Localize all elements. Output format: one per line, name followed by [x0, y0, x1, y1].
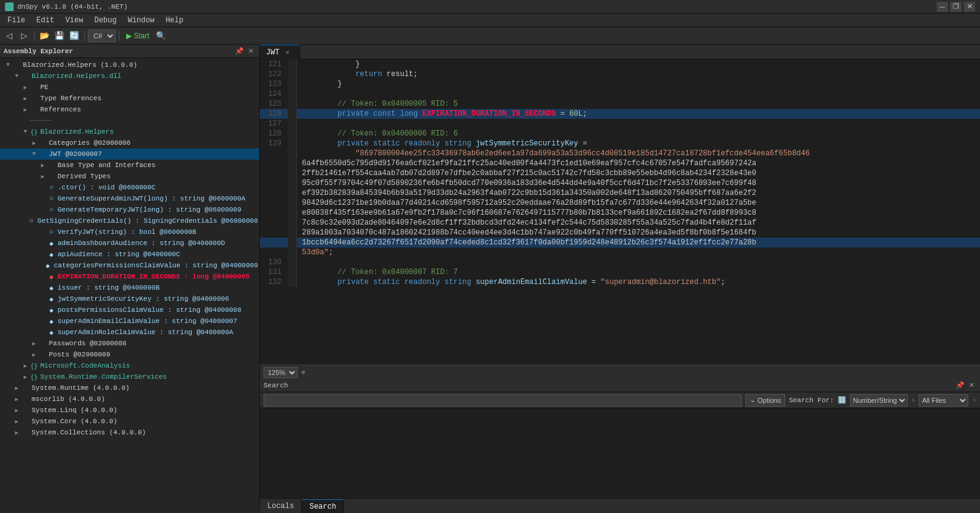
tree-toggle-icon[interactable]: ▶: [12, 406, 21, 415]
tree-item[interactable]: ◆issuer : string @0400000B: [0, 282, 259, 293]
tree-item[interactable]: ▼{}Blazorized.Helpers: [0, 126, 259, 137]
tree-item[interactable]: ▼Blazorized.Helpers.dll: [0, 71, 259, 82]
search-panel-close[interactable]: ✕: [966, 381, 976, 390]
tab-search[interactable]: Search: [302, 499, 344, 513]
tab-jwt[interactable]: JWT ✕: [260, 45, 300, 59]
tree-item[interactable]: ─────: [0, 115, 259, 126]
search-panel-pin[interactable]: 📌: [955, 381, 965, 390]
line-content: [297, 89, 980, 99]
tree-toggle-icon[interactable]: ▶: [12, 428, 21, 437]
tree-item[interactable]: ◆categoriesPermissionsClaimValue : strin…: [0, 260, 259, 271]
tree-item[interactable]: ▶System.Core (4.0.0.0): [0, 416, 259, 427]
tree-toggle-icon[interactable]: ▶: [30, 139, 38, 147]
tree-toggle-icon[interactable]: ▶: [21, 361, 30, 370]
zoom-bar: 125% 100% 150% ⊕: [260, 365, 980, 379]
run-label: Start: [134, 32, 149, 40]
tree-item[interactable]: ○GetSigningCredentials() : SigningCreden…: [0, 215, 259, 226]
close-button[interactable]: ✕: [964, 2, 975, 12]
tree-node-icon: ◆: [47, 306, 56, 314]
app-title: dnSpy v6.1.8 (64-bit, .NET): [17, 3, 937, 11]
tab-locals[interactable]: Locals: [260, 499, 302, 513]
tree-node-label: Blazorized.Helpers.dll: [32, 72, 121, 80]
tree-item[interactable]: ◆apiAudience : string @0400000C: [0, 249, 259, 260]
menu-debug[interactable]: Debug: [89, 15, 121, 26]
tree-item[interactable]: ▶Posts @02000009: [0, 349, 259, 360]
menu-help[interactable]: Help: [161, 15, 189, 26]
bottom-panel: 125% 100% 150% ⊕ Search 📌 ✕ ⌄ Opti: [260, 364, 980, 513]
search-type-select[interactable]: Number/String String Number: [850, 394, 908, 407]
tree-item[interactable]: ▶PE: [0, 82, 259, 93]
search-input[interactable]: [264, 394, 742, 407]
tree-item[interactable]: ▶{}Microsoft.CodeAnalysis: [0, 360, 259, 371]
code-area[interactable]: 121 }122 return result;123 }124125 // To…: [260, 59, 980, 364]
menu-view[interactable]: View: [61, 15, 88, 26]
tree-item[interactable]: ○GenerateSuperAdminJWT(long) : string @0…: [0, 193, 259, 204]
zoom-select[interactable]: 125% 100% 150%: [264, 367, 298, 378]
menu-window[interactable]: Window: [123, 15, 159, 26]
panel-pin-button[interactable]: 📌: [234, 46, 244, 56]
panel-close-button[interactable]: ✕: [246, 46, 256, 56]
tree-item[interactable]: ▶System.Linq (4.0.0.0): [0, 405, 259, 416]
tree-item[interactable]: ▶References: [0, 104, 259, 115]
tree-item[interactable]: ▶mscorlib (4.0.0.0): [0, 394, 259, 405]
tree-item[interactable]: ▶System.Collections (4.0.0.0): [0, 427, 259, 438]
tree-toggle-placeholder: [38, 239, 47, 248]
tree-item[interactable]: ▼Blazorized.Helpers (1.0.0.0): [0, 59, 259, 71]
tree-item[interactable]: ◆adminDashboardAudience : string @040000…: [0, 238, 259, 249]
tree-toggle-icon[interactable]: ▶: [12, 417, 21, 426]
tree-toggle-icon[interactable]: ▶: [30, 350, 38, 359]
line-content: 2ffb21461e7f554caa4ab7db07d2d897e7dfbe2c…: [297, 168, 980, 178]
tree-toggle-icon[interactable]: ▶: [21, 83, 30, 92]
minimize-button[interactable]: ─: [937, 2, 948, 12]
tree-item[interactable]: ◆jwtSymmetricSecurityKey : string @04000…: [0, 293, 259, 304]
save-button[interactable]: 💾: [53, 29, 66, 43]
back-button[interactable]: ◁: [2, 29, 16, 43]
tree-item[interactable]: ○GenerateTemporaryJWT(long) : string @06…: [0, 204, 259, 215]
options-button[interactable]: ⌄ Options: [746, 394, 785, 407]
open-button[interactable]: 📂: [38, 29, 51, 43]
tree-toggle-icon[interactable]: ▼: [30, 150, 38, 158]
search-scope-select[interactable]: All Files Current File: [919, 394, 968, 407]
search-toolbar-button[interactable]: 🔍: [154, 29, 168, 43]
toolbar: ◁ ▷ 📂 💾 🔄 C# IL VB ▶ Start 🔍: [0, 27, 980, 45]
menu-file[interactable]: File: [2, 15, 30, 26]
restore-button[interactable]: ❐: [950, 2, 961, 12]
tree-item[interactable]: ◆EXPIRATION_DURATION_IN_SECONDS : long @…: [0, 271, 259, 282]
tree-item[interactable]: ◆superAdminEmailClaimValue : string @040…: [0, 316, 259, 327]
tree-toggle-icon[interactable]: ▼: [21, 127, 30, 136]
tree-item[interactable]: ▶System.Runtime (4.0.0.0): [0, 382, 259, 394]
tree-item[interactable]: ▼JWT @02000007: [0, 149, 259, 160]
tree-item[interactable]: ▶Categories @02000006: [0, 137, 259, 149]
window-controls: ─ ❐ ✕: [937, 2, 975, 12]
tab-jwt-close[interactable]: ✕: [283, 48, 292, 57]
tree-item[interactable]: ▶Derived Types: [0, 171, 259, 182]
tree-toggle-icon[interactable]: ▶: [12, 384, 21, 392]
tree-item[interactable]: ○.ctor() : void @0600000C: [0, 182, 259, 193]
refresh-button[interactable]: 🔄: [67, 29, 81, 43]
tree-toggle-icon[interactable]: ▼: [12, 72, 21, 80]
tree-item[interactable]: ◆superAdminRoleClaimValue : string @0400…: [0, 327, 259, 338]
tree-item[interactable]: ○VerifyJWT(string) : bool @0600000B: [0, 226, 259, 238]
tree-item[interactable]: ▶Base Type and Interfaces: [0, 160, 259, 171]
tree-toggle-icon[interactable]: ▶: [30, 339, 38, 348]
tree-toggle-icon[interactable]: ▶: [21, 94, 30, 103]
tree-item[interactable]: ▶Passwords @02000008: [0, 338, 259, 349]
tree-item[interactable]: ▶{}System.Runtime.CompilerServices: [0, 371, 259, 382]
language-select[interactable]: C# IL VB: [88, 30, 116, 42]
tree-item[interactable]: ▶Type References: [0, 93, 259, 104]
tree-toggle-icon[interactable]: ▶: [38, 161, 47, 170]
tree-item[interactable]: ◆postsPermissionsClaimValue : string @04…: [0, 304, 259, 316]
code-line: 1bccb6494ea6cc2d73267f6517d2090af74ceded…: [260, 238, 980, 248]
menu-edit[interactable]: Edit: [32, 15, 59, 26]
tree-toggle-icon[interactable]: ▼: [4, 61, 12, 69]
tree-toggle-icon[interactable]: ▶: [12, 395, 21, 403]
tree-toggle-icon[interactable]: ▶: [38, 172, 47, 181]
tree-node-label: Categories @02000006: [49, 139, 131, 147]
forward-button[interactable]: ▷: [17, 29, 31, 43]
assembly-tree[interactable]: ▼Blazorized.Helpers (1.0.0.0)▼Blazorized…: [0, 58, 259, 513]
tree-toggle-icon[interactable]: ▶: [21, 373, 30, 381]
tree-toggle-icon[interactable]: ▶: [21, 105, 30, 114]
run-button[interactable]: ▶ Start: [123, 30, 153, 41]
tree-toggle-placeholder: [38, 194, 47, 203]
tree-node-label: System.Runtime.CompilerServices: [40, 373, 167, 381]
